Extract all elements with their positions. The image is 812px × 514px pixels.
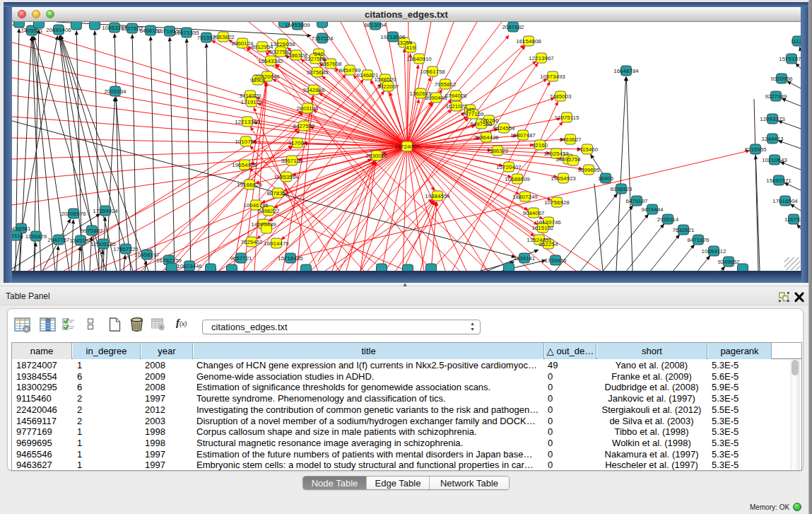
svg-text:10973493: 10973493 <box>540 74 565 80</box>
svg-text:7955812: 7955812 <box>434 81 457 88</box>
svg-text:19654925: 19654925 <box>232 162 257 168</box>
svg-text:62160: 62160 <box>532 142 548 148</box>
svg-text:1588520: 1588520 <box>374 76 396 83</box>
svg-text:19384554: 19384554 <box>425 193 450 199</box>
svg-text:9320966: 9320966 <box>770 76 793 82</box>
svg-text:9975887: 9975887 <box>81 228 103 234</box>
svg-text:8878352: 8878352 <box>266 190 289 197</box>
svg-text:19654923: 19654923 <box>551 175 576 182</box>
svg-text:15716485: 15716485 <box>278 255 303 262</box>
svg-text:12213369: 12213369 <box>235 119 260 125</box>
svg-text:6479197: 6479197 <box>625 198 648 204</box>
svg-text:1405571: 1405571 <box>20 28 43 34</box>
svg-text:7663822: 7663822 <box>212 34 235 40</box>
svg-text:1010755: 1010755 <box>235 139 257 145</box>
svg-text:3624554: 3624554 <box>493 125 515 132</box>
svg-text:10688609: 10688609 <box>505 176 530 182</box>
svg-text:10210643: 10210643 <box>762 157 787 163</box>
svg-text:3267130: 3267130 <box>281 158 303 164</box>
svg-text:6938923: 6938923 <box>610 186 632 192</box>
svg-text:16154808: 16154808 <box>516 38 541 45</box>
svg-text:1156829: 1156829 <box>25 233 47 240</box>
svg-text:252254: 252254 <box>539 241 558 247</box>
svg-text:2867608: 2867608 <box>319 61 342 67</box>
svg-text:459081: 459081 <box>12 226 31 232</box>
svg-text:15720407: 15720407 <box>496 164 522 170</box>
svg-text:7357224: 7357224 <box>311 35 334 42</box>
svg-text:8960124: 8960124 <box>231 40 254 47</box>
svg-text:14099489: 14099489 <box>251 221 276 228</box>
svg-text:1615132: 1615132 <box>531 225 554 231</box>
svg-text:17359924: 17359924 <box>93 208 118 214</box>
svg-text:39114: 39114 <box>12 233 23 239</box>
svg-text:16405: 16405 <box>598 175 614 182</box>
svg-text:419: 419 <box>406 45 416 51</box>
svg-text:9463627: 9463627 <box>559 136 582 143</box>
svg-text:8471876: 8471876 <box>687 237 710 243</box>
svg-text:6497568: 6497568 <box>470 121 493 127</box>
svg-text:2803144: 2803144 <box>296 105 319 112</box>
svg-text:8427552: 8427552 <box>293 123 315 129</box>
svg-text:9474444: 9474444 <box>641 206 664 213</box>
svg-text:98901: 98901 <box>250 77 266 83</box>
svg-text:15692971: 15692971 <box>766 177 792 184</box>
svg-text:20206576: 20206576 <box>61 211 86 217</box>
svg-text:9245652: 9245652 <box>717 259 740 265</box>
svg-text:2005334: 2005334 <box>104 88 126 95</box>
svg-text:2942757: 2942757 <box>47 237 70 243</box>
svg-text:16543382: 16543382 <box>258 58 283 64</box>
svg-text:9084067: 9084067 <box>522 210 545 216</box>
svg-text:1139141: 1139141 <box>514 255 536 262</box>
svg-text:19166829: 19166829 <box>237 182 262 188</box>
svg-text:18807249: 18807249 <box>512 194 538 200</box>
svg-text:10807487: 10807487 <box>510 132 536 139</box>
svg-text:9227349: 9227349 <box>765 93 787 100</box>
svg-text:10756928: 10756928 <box>544 199 570 206</box>
svg-text:10923446: 10923446 <box>177 263 202 269</box>
svg-text:7386322: 7386322 <box>486 148 509 154</box>
svg-text:1719170: 1719170 <box>240 99 263 105</box>
svg-text:2935114: 2935114 <box>657 216 679 223</box>
svg-text:16053809: 16053809 <box>285 22 310 28</box>
svg-text:10961758: 10961758 <box>420 69 445 75</box>
svg-text:1733426: 1733426 <box>544 257 567 264</box>
svg-text:9777169: 9777169 <box>461 111 484 117</box>
svg-text:8990448: 8990448 <box>425 95 447 101</box>
svg-text:16648784: 16648784 <box>613 68 639 74</box>
svg-text:8215955: 8215955 <box>744 146 767 153</box>
svg-text:10654112: 10654112 <box>702 248 727 255</box>
svg-text:6794028: 6794028 <box>445 93 467 99</box>
svg-text:17975115: 17975115 <box>555 115 580 121</box>
svg-text:11122: 11122 <box>790 38 801 45</box>
svg-text:20691406: 20691406 <box>46 27 71 33</box>
svg-text:16914479: 16914479 <box>264 240 289 247</box>
svg-text:9242848: 9242848 <box>302 87 325 93</box>
svg-text:17016504: 17016504 <box>772 198 798 204</box>
svg-text:20364436: 20364436 <box>473 134 499 141</box>
svg-text:12093373: 12093373 <box>760 116 785 122</box>
svg-text:3875685: 3875685 <box>306 69 329 76</box>
svg-text:12213967: 12213967 <box>529 55 554 62</box>
svg-text:8813054: 8813054 <box>364 22 387 28</box>
svg-text:12505135: 12505135 <box>90 241 116 247</box>
svg-text:417004: 417004 <box>288 140 307 146</box>
svg-text:11353594: 11353594 <box>274 174 300 180</box>
svg-text:7485003: 7485003 <box>549 93 572 100</box>
svg-text:9699695: 9699695 <box>577 167 600 173</box>
svg-text:5498222: 5498222 <box>257 208 280 214</box>
svg-text:7625402: 7625402 <box>240 239 263 245</box>
svg-text:13226058: 13226058 <box>270 41 295 47</box>
svg-text:1345194: 1345194 <box>69 238 92 244</box>
svg-text:13495754: 13495754 <box>555 156 581 163</box>
svg-text:2530020: 2530020 <box>365 153 388 159</box>
svg-text:1244413: 1244413 <box>761 136 784 142</box>
svg-text:116753: 116753 <box>784 216 801 223</box>
svg-text:18640910: 18640910 <box>406 56 432 62</box>
svg-text:3718320: 3718320 <box>239 93 261 99</box>
svg-text:15751074: 15751074 <box>779 56 801 62</box>
svg-text:2087682: 2087682 <box>502 24 524 30</box>
svg-text:9115460: 9115460 <box>577 146 599 153</box>
svg-text:7632621: 7632621 <box>672 227 695 233</box>
svg-text:16671355: 16671355 <box>174 30 199 36</box>
svg-text:9657721: 9657721 <box>230 255 252 262</box>
